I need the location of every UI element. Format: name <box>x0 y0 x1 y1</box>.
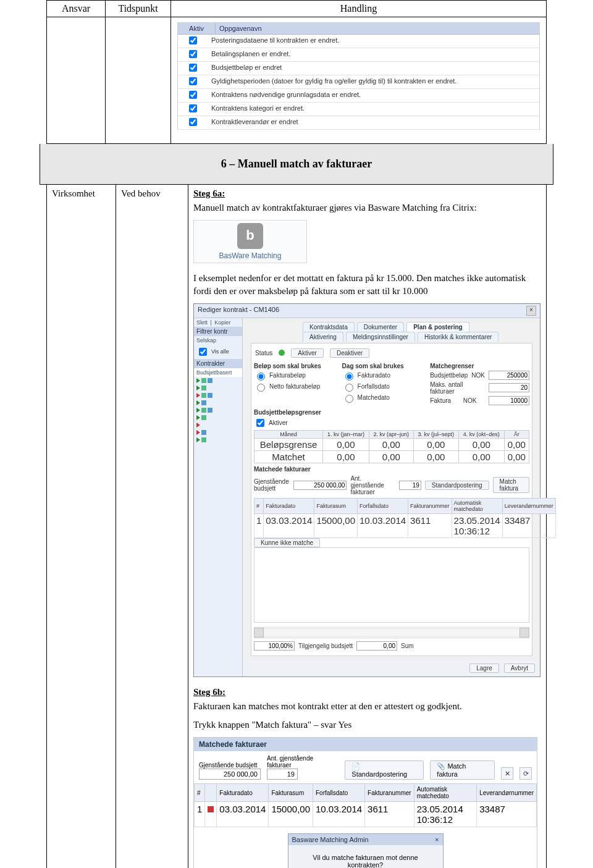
hdr-tidspunkt: Tidspunkt <box>106 1 171 17</box>
radio-fakturabelop[interactable] <box>257 373 265 381</box>
task-row: Kontraktens nødvendige grunnlagsdata er … <box>178 89 539 103</box>
step-6b-label: Steg 6b: <box>193 687 225 697</box>
task-checkbox[interactable] <box>189 77 197 85</box>
radio-matchedato[interactable] <box>345 395 353 403</box>
sec-budgrenser: Budsjettbeløpsgrenser <box>254 409 529 416</box>
faktura-table: #FakturadatoFakturasumForfallsdatoFaktur… <box>254 498 556 538</box>
deaktiver-button[interactable]: Deaktiver <box>330 348 369 358</box>
refresh-icon[interactable]: ⟳ <box>519 767 532 780</box>
tab-meldings[interactable]: Meldingsinnstillinger <box>346 332 415 342</box>
task-checkbox[interactable] <box>189 36 197 44</box>
hdr-handling: Handling <box>171 1 547 17</box>
tree-item[interactable] <box>194 429 242 436</box>
ant-gjenstaende[interactable] <box>399 481 421 490</box>
p2-standardpostering-button[interactable]: 📄 Standardpostering <box>345 761 424 780</box>
sidebar-filtrer[interactable]: Filtrer kontr <box>194 327 242 336</box>
tree-item[interactable] <box>194 414 242 421</box>
tab-historikk[interactable]: Historikk & kommentarer <box>418 332 498 342</box>
tab-kontraktsdata[interactable]: Kontraktsdata <box>303 322 355 332</box>
faktura-input[interactable] <box>489 396 529 405</box>
faktura-row: 103.03.201415000,0010.03.2014361123.05.2… <box>254 513 556 537</box>
h-scrollbar[interactable] <box>254 626 529 639</box>
step-6a-label: Steg 6a: <box>193 188 225 198</box>
aktiver-checkbox[interactable] <box>256 419 264 427</box>
tree-item[interactable] <box>194 436 242 444</box>
task-row: Kontraktleverandør er endret <box>178 116 539 130</box>
tab-plan-postering[interactable]: Plan & postering <box>406 322 469 332</box>
status-dot-icon <box>279 350 285 356</box>
sidebar-budsjett[interactable]: Budsjettbasert <box>194 368 242 377</box>
radio-netto[interactable] <box>257 384 265 392</box>
task-checkbox[interactable] <box>189 50 197 58</box>
p2-match-faktura-button[interactable]: 📎 Match faktura <box>430 761 495 780</box>
step-6b-text: Fakturaen kan matches mot kontrakt etter… <box>193 700 541 712</box>
dialog-title: Rediger kontrakt - CM1406 <box>198 306 279 316</box>
task-checkbox[interactable] <box>189 64 197 72</box>
scroll-left-icon[interactable] <box>254 628 264 638</box>
task-checkbox[interactable] <box>189 104 197 112</box>
sidebar-selskap: Selskap <box>194 336 242 345</box>
sidebar-slett[interactable]: Slett | Kopier <box>194 318 242 327</box>
sidebar-vis-alle[interactable]: Vis alle <box>194 345 242 359</box>
aktiver-button[interactable]: Aktiver <box>291 348 324 358</box>
tab-aktivering[interactable]: Aktivering <box>303 332 343 342</box>
basware-label: BasWare Matching <box>198 251 303 260</box>
match-faktura-button[interactable]: Match faktura <box>493 477 529 493</box>
matchede-panel: Matchede fakturaer Gjenstående budsjett … <box>193 737 537 868</box>
cell-tidspunkt: Ved behov <box>116 185 188 868</box>
matchede-title: Matchede fakturaer <box>194 738 537 751</box>
budsjett-input[interactable] <box>489 371 529 380</box>
section-title: 6 – Manuell match av fakturaer <box>40 144 553 185</box>
quarter-table: Måned 1. kv (jan–mar) 2. kv (apr–jun) 3.… <box>254 430 529 463</box>
tilg-field[interactable] <box>356 641 397 651</box>
standardpostering-button[interactable]: Standardpostering <box>425 481 489 490</box>
kunne-ikke-matche-button[interactable]: Kunne ikke matche <box>254 538 320 547</box>
q-row: Beløpsgrense0,000,000,000,000,00 <box>254 438 529 450</box>
tree-item[interactable] <box>194 421 242 429</box>
confirm-title: Basware Matching Admin <box>292 836 369 843</box>
delete-icon[interactable]: ✕ <box>501 767 513 780</box>
progress-field[interactable] <box>254 641 295 651</box>
task-row: Betalingsplanen er endret. <box>178 48 539 62</box>
task-checkbox[interactable] <box>189 118 197 126</box>
avbryt-button[interactable]: Avbryt <box>504 664 535 673</box>
radio-forfallsdato[interactable] <box>345 384 353 392</box>
maks-input[interactable] <box>489 383 529 392</box>
flag-icon <box>208 806 214 812</box>
tl-col-name: Oppgavenavn <box>216 23 539 34</box>
status-label: Status <box>255 350 272 356</box>
task-row: Posteringsdataene til kontrakten er endr… <box>178 35 539 48</box>
confirm-close-icon[interactable]: × <box>435 836 439 843</box>
close-icon[interactable]: × <box>526 306 536 316</box>
basware-launcher[interactable]: BasWare Matching <box>193 220 307 263</box>
p2-ant[interactable] <box>267 769 298 780</box>
tree-item[interactable] <box>194 384 242 392</box>
doc-header-table: Ansvar Tidspunkt Handling Aktiv Oppgaven… <box>46 0 547 144</box>
tree-item[interactable] <box>194 407 242 414</box>
task-row: Gyldighetsperioden (datoer for gyldig fr… <box>178 75 539 89</box>
scroll-right-icon[interactable] <box>519 628 529 638</box>
task-list: Aktiv Oppgavenavn Posteringsdataene til … <box>177 22 540 130</box>
p2-gjen-budsjett[interactable] <box>199 769 261 780</box>
tree-item[interactable] <box>194 392 242 399</box>
confirm-message: Vil du matche fakturaen mot denne kontra… <box>288 845 443 868</box>
task-checkbox[interactable] <box>189 91 197 99</box>
tree-item[interactable] <box>194 377 242 384</box>
basware-icon <box>237 223 263 249</box>
tree-item[interactable] <box>194 399 242 407</box>
dialog-sidebar: Slett | Kopier Filtrer kontr Selskap Vis… <box>194 318 243 676</box>
cell-ansvar: Virksomhet <box>47 185 116 868</box>
task-row: Kontraktens kategori er endret. <box>178 103 539 116</box>
empty-list-panel <box>254 547 529 623</box>
step-6a-text: Manuell match av kontraktfakturaer gjøre… <box>193 201 541 214</box>
sidebar-kontrakter[interactable]: Kontrakter <box>194 359 242 368</box>
confirm-dialog: Basware Matching Admin× Vil du matche fa… <box>288 833 444 868</box>
q-row: Matchet0,000,000,000,000,00 <box>254 450 529 463</box>
p2-faktura-row: 103.03.201415000,0010.03.2014361123.05.2… <box>195 802 537 827</box>
main-content-table: Virksomhet Ved behov Steg 6a: Manuell ma… <box>46 185 547 868</box>
radio-fakturadato[interactable] <box>345 373 353 381</box>
lagre-button[interactable]: Lagre <box>469 664 499 673</box>
gjenstaende-budsjett[interactable] <box>293 481 347 490</box>
step-6a-para2: I eksemplet nedenfor er det mottatt en f… <box>193 272 541 297</box>
tab-dokumenter[interactable]: Dokumenter <box>357 322 404 332</box>
